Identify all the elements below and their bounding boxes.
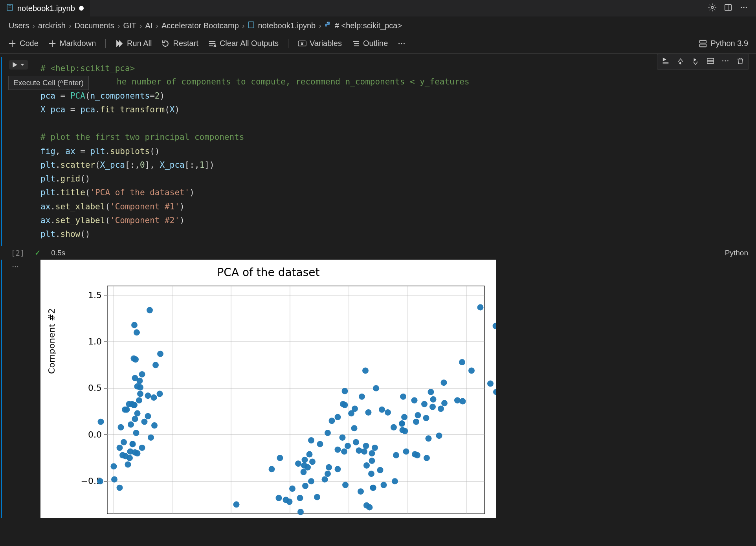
- svg-point-39: [17, 266, 18, 268]
- svg-point-109: [137, 384, 143, 390]
- svg-point-200: [400, 427, 406, 433]
- svg-point-158: [306, 451, 313, 458]
- svg-point-172: [459, 359, 465, 366]
- svg-point-27: [404, 43, 405, 44]
- editor-actions: [708, 3, 756, 14]
- svg-point-204: [400, 394, 406, 400]
- clear-icon: [208, 39, 217, 48]
- crumb-cell[interactable]: # <help:scikit_pca>: [335, 21, 402, 30]
- svg-point-101: [111, 476, 117, 483]
- execute-below-icon[interactable]: [691, 57, 700, 67]
- execution-count: [2]: [11, 249, 24, 257]
- crumb[interactable]: Users: [9, 21, 29, 30]
- svg-point-167: [426, 436, 432, 442]
- svg-point-10: [327, 22, 328, 23]
- server-icon: [699, 39, 707, 48]
- svg-point-128: [342, 388, 348, 394]
- svg-point-94: [145, 393, 151, 399]
- svg-point-38: [15, 266, 16, 268]
- svg-point-206: [438, 406, 444, 412]
- svg-point-112: [128, 421, 134, 428]
- svg-point-71: [117, 485, 123, 491]
- add-markdown-button[interactable]: Markdown: [46, 37, 98, 49]
- svg-point-34: [722, 60, 723, 62]
- svg-point-162: [305, 464, 311, 471]
- chart-title: PCA of the dataset: [40, 260, 496, 282]
- svg-point-163: [436, 433, 442, 439]
- svg-point-131: [342, 482, 349, 488]
- svg-point-159: [309, 459, 316, 465]
- svg-point-86: [151, 423, 158, 429]
- output-gutter[interactable]: [2, 260, 29, 518]
- svg-point-174: [393, 452, 399, 458]
- plus-icon: [8, 39, 17, 48]
- success-check-icon: ✓: [35, 248, 41, 257]
- svg-point-203: [423, 415, 429, 421]
- breadcrumb[interactable]: Users› arckrish› Documents› GIT› AI› Acc…: [0, 16, 756, 35]
- svg-point-26: [401, 43, 402, 44]
- svg-point-195: [414, 452, 420, 458]
- run-by-line-icon[interactable]: [661, 57, 670, 67]
- svg-point-37: [13, 266, 14, 268]
- svg-point-207: [429, 404, 436, 410]
- crumb[interactable]: Accelerator Bootcamp: [161, 21, 239, 30]
- split-layout-icon[interactable]: [724, 3, 732, 14]
- svg-point-184: [358, 489, 364, 495]
- kernel-picker[interactable]: Python 3.9: [696, 37, 750, 49]
- svg-point-136: [341, 449, 347, 455]
- svg-point-197: [392, 478, 398, 485]
- svg-point-87: [148, 434, 154, 441]
- crumb[interactable]: AI: [145, 21, 152, 30]
- svg-rect-0: [7, 4, 13, 11]
- svg-point-189: [361, 449, 367, 455]
- svg-point-73: [139, 371, 145, 377]
- svg-point-96: [134, 330, 140, 336]
- file-tab[interactable]: notebook1.ipynb: [0, 0, 90, 16]
- svg-point-88: [139, 445, 145, 451]
- svg-point-147: [322, 476, 328, 483]
- svg-point-157: [308, 478, 314, 485]
- crumb[interactable]: arckrish: [38, 21, 66, 30]
- svg-point-68: [152, 362, 159, 368]
- svg-point-148: [335, 414, 341, 420]
- svg-point-208: [401, 414, 407, 420]
- run-all-button[interactable]: Run All: [113, 37, 154, 49]
- execute-above-icon[interactable]: [676, 57, 685, 67]
- crumb[interactable]: GIT: [123, 21, 136, 30]
- more-icon[interactable]: [721, 57, 730, 67]
- svg-point-190: [363, 443, 369, 449]
- clear-outputs-button[interactable]: Clear All Outputs: [206, 37, 281, 49]
- crumb[interactable]: Documents: [75, 21, 114, 30]
- svg-point-98: [118, 424, 124, 431]
- svg-point-201: [356, 447, 362, 454]
- delete-cell-icon[interactable]: [736, 57, 745, 67]
- svg-point-161: [233, 502, 240, 508]
- settings-icon[interactable]: [708, 3, 717, 14]
- code-editor[interactable]: # <help:scikit_pca>he number of componen…: [29, 57, 756, 246]
- split-cell-icon[interactable]: [706, 57, 715, 67]
- add-code-button[interactable]: Code: [6, 37, 41, 49]
- toolbar-more-button[interactable]: [395, 38, 408, 49]
- svg-point-95: [131, 355, 137, 362]
- svg-point-150: [335, 466, 341, 473]
- execute-tooltip: Execute Cell (^Enter): [8, 76, 89, 90]
- cell-language[interactable]: Python: [725, 249, 748, 257]
- svg-point-202: [411, 398, 418, 404]
- svg-point-8: [746, 7, 747, 8]
- svg-point-105: [111, 464, 117, 470]
- restart-button[interactable]: Restart: [159, 37, 200, 49]
- svg-point-170: [460, 398, 466, 405]
- outline-button[interactable]: Outline: [349, 37, 390, 49]
- svg-point-140: [379, 407, 385, 413]
- svg-point-103: [124, 407, 130, 413]
- svg-point-165: [441, 400, 448, 407]
- crumb-file[interactable]: notebook1.ipynb: [258, 21, 316, 30]
- variables-button[interactable]: x Variables: [295, 37, 344, 49]
- svg-point-90: [136, 398, 142, 404]
- more-icon[interactable]: [739, 3, 748, 14]
- svg-point-209: [377, 467, 384, 473]
- svg-point-115: [373, 385, 379, 392]
- svg-point-97: [130, 441, 136, 447]
- execute-cell-button[interactable]: [9, 60, 28, 70]
- tab-bar: notebook1.ipynb: [0, 0, 756, 16]
